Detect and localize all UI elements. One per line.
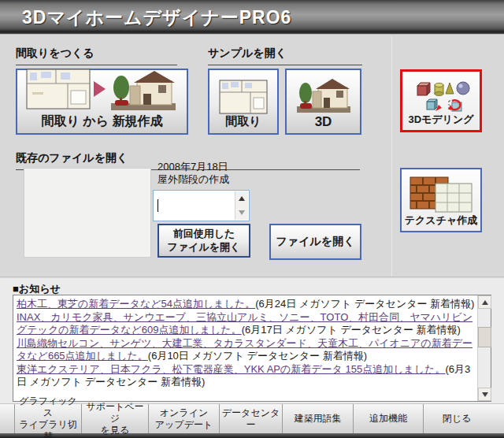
comment-scrollbar[interactable] (235, 191, 248, 220)
section-heading-open-sample: サンプルを開く (208, 46, 362, 65)
sample-3d-button[interactable]: 3D (285, 69, 361, 135)
open-last-file-button[interactable]: 前回使用した ファイルを開く (158, 224, 250, 258)
news-item: INAX、カリモク家具、サンウエーブ、三協立山アルミ、ソニー、TOTO、村田合同… (17, 311, 472, 336)
footer-button-online-update[interactable]: オンライン アップデート (148, 404, 219, 433)
app-title: 3DマイホームデザイナーPRO6 (22, 0, 291, 35)
down-arrow-icon (239, 210, 245, 215)
scroll-up-button[interactable] (235, 191, 248, 206)
main-area: 間取りをつくる サンプルを開く 既存のファイルを開く (0, 35, 504, 277)
news-meta: (6月10日 メガソフト データセンター 新着情報) (148, 350, 367, 362)
news-box: 柏木工、東芝の新着データなど54点追加しました。(6月24日 メガソフト データ… (13, 295, 491, 402)
house-thumbnail-icon (109, 66, 178, 112)
3d-modeling-button[interactable]: 3Dモデリング (400, 69, 482, 132)
footer-button-label: サポートページ (82, 401, 148, 425)
footer-button-addons[interactable]: 追加機能 (353, 404, 423, 433)
news-section: ■お知らせ 柏木工、東芝の新着データなど54点追加しました。(6月24日 メガソ… (0, 278, 504, 403)
floorplan-thumbnail-icon (219, 80, 268, 114)
3d-modeling-label: 3Dモデリング (408, 113, 473, 127)
sample-3d-label: 3D (315, 114, 332, 130)
news-scroll-down-button[interactable] (478, 388, 491, 401)
footer-button-label: 建築用語集 (295, 413, 342, 425)
news-item: 東洋エクステリア、日本フクラ、松下電器産業、YKK APの新着データ 155点追… (17, 363, 470, 388)
new-from-floorplan-button[interactable]: 間取り から 新規作成 (16, 69, 188, 135)
news-scrollbar[interactable] (477, 295, 491, 401)
footer-button-support-page[interactable]: サポートページ を見る (81, 404, 148, 433)
footer-button-data-center[interactable]: データセンター (219, 404, 282, 433)
footer-button-label: ライブラリ切替 (15, 419, 81, 438)
file-preview-box (24, 168, 151, 258)
news-link[interactable]: 東洋エクステリア、日本フクラ、松下電器産業、YKK APの新着データ 155点追… (17, 363, 445, 375)
news-scrollbar-thumb[interactable] (478, 327, 491, 347)
floorplan-thumbnail-icon (26, 69, 91, 110)
up-arrow-icon (239, 196, 245, 201)
down-arrow-icon (482, 392, 488, 397)
open-file-button[interactable]: ファイルを開く (269, 224, 361, 260)
footer-buttons: グラフィックス ライブラリ切替 サポートページ を見る オンライン アップデート… (0, 404, 504, 433)
3d-shapes-icon (411, 80, 471, 113)
texture-icon (407, 176, 475, 213)
footer-button-label: を見る (101, 425, 130, 436)
house-thumbnail-icon (295, 75, 352, 114)
panel-divider (391, 35, 392, 277)
section-heading-create-plan: 間取りをつくる (16, 46, 177, 65)
open-file-label: ファイルを開く (276, 235, 355, 249)
news-link[interactable]: 柏木工、東芝の新着データなど54点追加しました。 (17, 298, 255, 310)
footer-button-label: データセンター (220, 407, 282, 431)
up-arrow-icon (482, 300, 488, 305)
open-last-file-label-line1: 前回使用した (168, 228, 241, 241)
news-list: 柏木工、東芝の新着データなど54点追加しました。(6月24日 メガソフト データ… (17, 298, 475, 399)
footer-button-close[interactable]: 閉じる (423, 404, 490, 433)
footer-button-graphics-library[interactable]: グラフィックス ライブラリ切替 (14, 404, 81, 433)
footer-bar: グラフィックス ライブラリ切替 サポートページ を見る オンライン アップデート… (0, 403, 504, 438)
title-bar: 3DマイホームデザイナーPRO6 (0, 0, 504, 35)
file-title: 屋外階段の作成 (158, 173, 246, 187)
open-last-file-label-line2: ファイルを開く (168, 241, 241, 254)
news-meta: (6月24日 メガソフト データセンター 新着情報) (255, 298, 474, 310)
footer-spacer (490, 404, 504, 433)
footer-button-label: オンライン (160, 407, 208, 419)
new-from-floorplan-label: 間取り から 新規作成 (41, 113, 162, 130)
arrow-right-icon (94, 81, 106, 97)
new-from-floorplan-images (26, 66, 178, 112)
scroll-down-button[interactable] (235, 206, 248, 220)
news-item: 柏木工、東芝の新着データなど54点追加しました。(6月24日 メガソフト データ… (17, 298, 474, 310)
footer-button-glossary[interactable]: 建築用語集 (282, 404, 353, 433)
news-scroll-up-button[interactable] (478, 295, 491, 309)
file-comment-box[interactable] (153, 190, 250, 221)
footer-button-label: 閉じる (443, 413, 472, 425)
footer-button-label: アップデート (155, 419, 213, 431)
footer-button-label: 追加機能 (369, 413, 407, 425)
texture-create-label: テクスチャ作成 (405, 213, 478, 228)
texture-create-button[interactable]: テクスチャ作成 (400, 168, 482, 232)
footer-spacer (0, 404, 14, 433)
sample-floorplan-button[interactable]: 間取り (208, 69, 279, 135)
news-item: 川島織物セルコン、サンゲツ、大建工業、タカラスタンダード、天童木工、パイオニアの… (17, 337, 472, 362)
footer-button-label: グラフィックス (15, 395, 81, 419)
text-caret (158, 199, 158, 212)
sample-floorplan-label: 間取り (225, 114, 261, 129)
news-meta: (6月17日 メガソフト データセンター 新着情報) (242, 324, 461, 336)
